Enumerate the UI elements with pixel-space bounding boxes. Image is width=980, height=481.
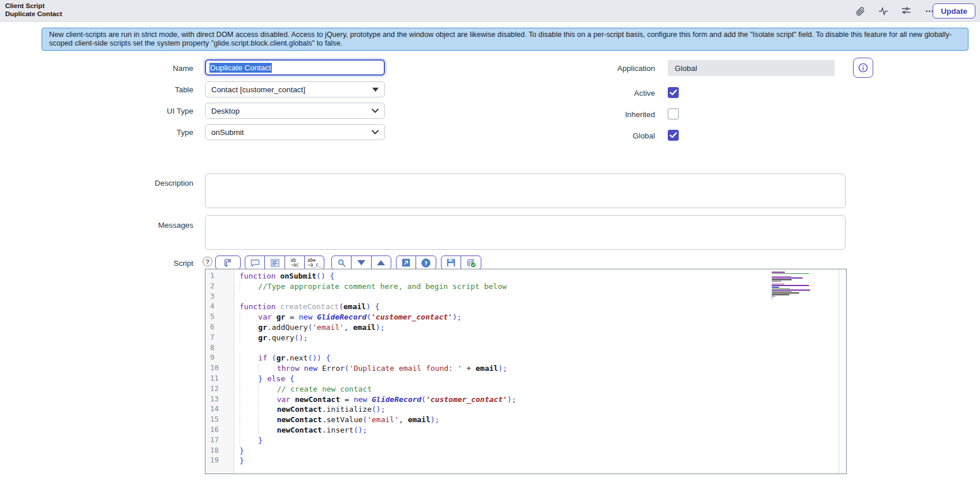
type-select[interactable]: onSubmit [205, 124, 385, 140]
update-button[interactable]: Update [933, 3, 975, 18]
line-number: 11 [205, 374, 234, 384]
global-label: Global [496, 131, 655, 140]
description-textarea[interactable] [205, 174, 846, 208]
messages-label: Messages [0, 221, 199, 230]
line-number: 13 [205, 394, 234, 405]
editor-scrollbar[interactable] [839, 269, 846, 474]
caret-down-icon [372, 88, 379, 92]
global-checkbox[interactable] [668, 130, 679, 141]
format-code-icon[interactable] [215, 255, 241, 270]
code-line: // create new contact [240, 384, 838, 394]
line-number-gutter: 12345678910111213141516171819 [205, 269, 234, 474]
line-number: 4 [205, 302, 234, 312]
code-line [240, 343, 838, 354]
code-line: //Type appropriate comment here, and beg… [240, 281, 838, 292]
application-info-button[interactable] [853, 58, 873, 78]
name-input-selected-text: Duplicate Contact [210, 63, 272, 73]
code-minimap [772, 272, 819, 300]
record-name-label: Duplicate Contact [5, 10, 62, 18]
inherited-checkbox[interactable] [668, 108, 679, 119]
name-input[interactable]: Duplicate Contact [205, 59, 385, 76]
name-label: Name [0, 64, 199, 73]
line-number: 3 [205, 292, 234, 302]
code-line: function createContact(email) { [240, 302, 838, 312]
table-select[interactable]: Contact [customer_contact] [205, 81, 385, 97]
active-label: Active [496, 89, 655, 97]
type-label: Type [0, 128, 199, 137]
open-in-new-window-icon[interactable] [396, 255, 417, 270]
chevron-down-icon [372, 130, 379, 134]
line-number: 18 [205, 446, 234, 456]
form-header: Client Script Duplicate Contact Update [0, 0, 980, 22]
settings-sliders-icon[interactable] [899, 4, 913, 18]
messages-textarea[interactable] [205, 215, 846, 250]
replace-icon[interactable]: ab➔ac [285, 255, 305, 270]
code-area[interactable]: function onSubmit() { //Type appropriate… [235, 269, 838, 474]
line-number: 9 [205, 353, 234, 363]
record-type-label: Client Script [5, 2, 62, 10]
code-line: function onSubmit() { [240, 271, 838, 281]
line-number: 10 [205, 363, 234, 374]
search-icon[interactable] [331, 255, 352, 270]
code-line: newContact.setValue('email', email); [240, 415, 838, 425]
toggle-comment-icon[interactable] [245, 255, 265, 270]
activity-stream-icon[interactable] [876, 4, 890, 18]
code-line: var newContact = new GlideRecord('custom… [240, 394, 838, 405]
replace-all-icon[interactable]: ab≡➔a̲c̲ [304, 255, 325, 270]
line-number: 6 [205, 322, 234, 333]
line-number: 15 [205, 415, 234, 425]
attachment-icon[interactable] [853, 4, 867, 18]
line-number: 2 [205, 281, 234, 292]
line-number: 5 [205, 312, 234, 322]
form-title: Client Script Duplicate Contact [5, 2, 62, 18]
line-number: 8 [205, 343, 234, 354]
code-line [240, 292, 838, 302]
script-help-icon[interactable]: ? [203, 257, 212, 266]
application-label: Application [496, 64, 655, 73]
type-select-value: onSubmit [211, 128, 244, 137]
help-icon[interactable]: ? [416, 255, 436, 270]
code-line: gr.addQuery('email', email); [240, 322, 838, 333]
chevron-down-icon [372, 108, 379, 113]
script-label: Script [0, 259, 199, 268]
code-line: } [240, 456, 838, 466]
description-label: Description [0, 179, 199, 187]
ui-type-select[interactable]: Desktop [205, 103, 385, 119]
client-script-form-page: Client Script Duplicate Contact Update N… [0, 0, 980, 481]
table-label: Table [0, 85, 199, 94]
code-line: gr.query(); [240, 333, 838, 343]
application-value: Global [675, 64, 697, 73]
line-number: 19 [205, 456, 234, 466]
line-number: 17 [205, 435, 234, 446]
syntax-check-icon[interactable] [461, 255, 481, 270]
line-number: 16 [205, 425, 234, 435]
application-field: Global [668, 60, 835, 76]
active-checkbox[interactable] [668, 87, 679, 98]
code-line: newContact.insert(); [240, 425, 838, 435]
code-line: var gr = new GlideRecord('customer_conta… [240, 312, 838, 322]
save-icon[interactable] [441, 255, 462, 270]
line-number: 14 [205, 404, 234, 415]
script-code-editor[interactable]: 12345678910111213141516171819 function o… [205, 269, 847, 474]
format-selection-icon[interactable] [264, 255, 285, 270]
code-line: if (gr.next()) { [240, 353, 838, 363]
find-next-icon[interactable] [351, 255, 372, 270]
editor-toolbar-group-window: ? [396, 255, 436, 270]
line-number: 12 [205, 384, 234, 394]
find-previous-icon[interactable] [371, 255, 392, 270]
ui-type-label: UI Type [0, 107, 199, 115]
table-select-value: Contact [customer_contact] [211, 85, 305, 94]
inherited-label: Inherited [496, 110, 655, 119]
code-line: newContact.initialize(); [240, 404, 838, 415]
editor-toolbar-group-edit: ab➔ac ab≡➔a̲c̲ [245, 255, 324, 270]
header-actions [853, 4, 936, 18]
editor-toolbar-group-format [215, 255, 241, 270]
svg-text:?: ? [424, 260, 427, 266]
line-number: 7 [205, 333, 234, 343]
strict-mode-info-banner: New client-scripts are run in strict mod… [42, 28, 968, 51]
editor-toolbar-group-search [331, 255, 391, 270]
code-line: } [240, 435, 838, 446]
code-line: } [240, 446, 838, 456]
editor-toolbar-group-save [441, 255, 481, 270]
line-number: 1 [205, 271, 234, 281]
